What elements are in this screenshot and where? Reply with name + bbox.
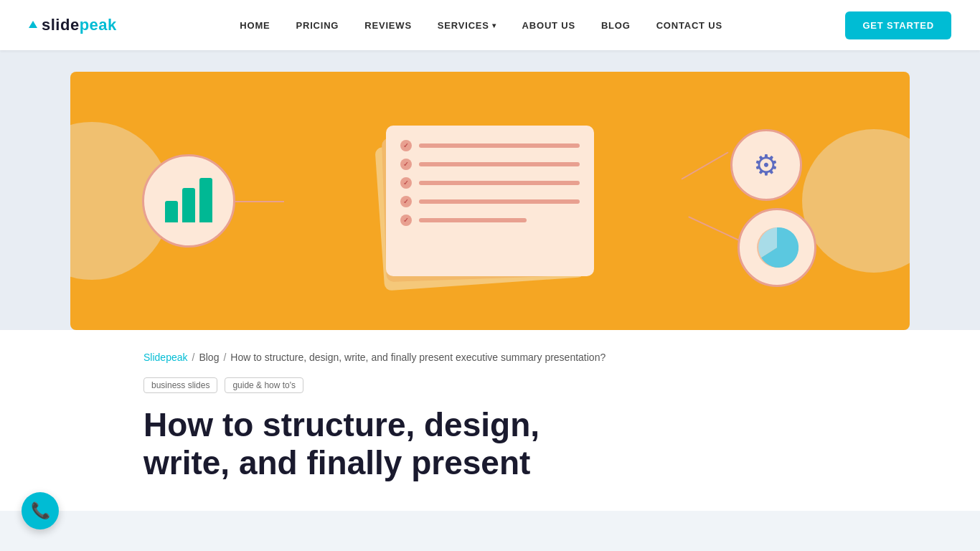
gear-icon: ⚙ [753, 149, 779, 182]
pie-circle [738, 208, 816, 287]
conn-line-right-bottom [688, 216, 740, 242]
nav-item-blog[interactable]: BLOG [601, 19, 631, 32]
nav-link-services[interactable]: SERVICES ▾ [438, 20, 496, 31]
nav-item-home[interactable]: HOME [240, 19, 270, 32]
check-1: ✓ [400, 140, 412, 151]
conn-line-right-top [682, 151, 729, 179]
nav-item-contact[interactable]: CONTACT US [656, 19, 722, 32]
breadcrumb-blog: Blog [199, 352, 219, 363]
hero-area: ✓ ✓ ✓ ✓ ✓ [0, 50, 980, 330]
check-2: ✓ [400, 159, 412, 170]
bar-chart [165, 179, 212, 222]
breadcrumb-home-link[interactable]: Slidepeak [143, 352, 188, 363]
bar-2 [182, 188, 195, 222]
card-line-2 [419, 162, 580, 166]
card-line-3 [419, 181, 580, 185]
phone-fab-button[interactable]: 📞 [22, 492, 59, 529]
chevron-down-icon: ▾ [492, 22, 496, 29]
navbar: slidepeak HOME PRICING REVIEWS SERVICES … [0, 0, 980, 50]
deco-circle-right [802, 129, 910, 273]
gear-circle: ⚙ [730, 129, 802, 201]
nav-item-about[interactable]: ABOUT US [522, 19, 575, 32]
nav-link-contact[interactable]: CONTACT US [656, 20, 722, 31]
card-line-4 [419, 199, 580, 204]
chart-circle [142, 154, 235, 248]
nav-item-pricing[interactable]: PRICING [296, 19, 339, 32]
card-line-1 [419, 143, 580, 148]
logo-text: slidepeak [42, 16, 117, 34]
card-row-5: ✓ [400, 215, 580, 226]
nav-link-reviews[interactable]: REVIEWS [364, 20, 412, 31]
breadcrumb: Slidepeak / Blog / How to structure, des… [143, 352, 837, 363]
card-row-2: ✓ [400, 159, 580, 170]
bar-3 [199, 178, 212, 222]
breadcrumb-sep-2: / [223, 352, 226, 363]
nav-link-pricing[interactable]: PRICING [296, 20, 339, 31]
nav-item-reviews[interactable]: REVIEWS [364, 19, 412, 32]
tags-container: business slides guide & how to's [143, 377, 837, 393]
logo-link[interactable]: slidepeak [29, 16, 117, 34]
tag-guide[interactable]: guide & how to's [225, 377, 303, 393]
conn-line-left [234, 201, 284, 202]
card-main: ✓ ✓ ✓ ✓ ✓ [386, 126, 594, 276]
content-area: Slidepeak / Blog / How to structure, des… [0, 330, 980, 511]
nav-link-blog[interactable]: BLOG [601, 20, 631, 31]
tag-business-slides[interactable]: business slides [143, 377, 217, 393]
logo-icon [29, 21, 37, 28]
logo-area: slidepeak [29, 16, 117, 34]
doc-stack: ✓ ✓ ✓ ✓ ✓ [386, 126, 594, 276]
nav-links: HOME PRICING REVIEWS SERVICES ▾ ABOUT US… [240, 19, 722, 32]
card-row-4: ✓ [400, 196, 580, 207]
check-4: ✓ [400, 196, 412, 207]
breadcrumb-current: How to structure, design, write, and fin… [230, 352, 606, 363]
breadcrumb-sep-1: / [192, 352, 195, 363]
card-row-1: ✓ [400, 140, 580, 151]
article-title: How to structure, design, write, and fin… [143, 406, 646, 482]
nav-item-services[interactable]: SERVICES ▾ [438, 20, 496, 31]
phone-icon: 📞 [31, 501, 50, 520]
nav-link-about[interactable]: ABOUT US [522, 20, 575, 31]
pie-chart-svg [752, 222, 802, 273]
get-started-button[interactable]: GET STARTED [845, 11, 951, 39]
card-line-5 [419, 218, 527, 222]
check-3: ✓ [400, 177, 412, 189]
bar-1 [165, 201, 178, 222]
card-row-3: ✓ [400, 177, 580, 189]
nav-link-home[interactable]: HOME [240, 20, 270, 31]
hero-illustration: ✓ ✓ ✓ ✓ ✓ [70, 72, 910, 330]
check-5: ✓ [400, 215, 412, 226]
